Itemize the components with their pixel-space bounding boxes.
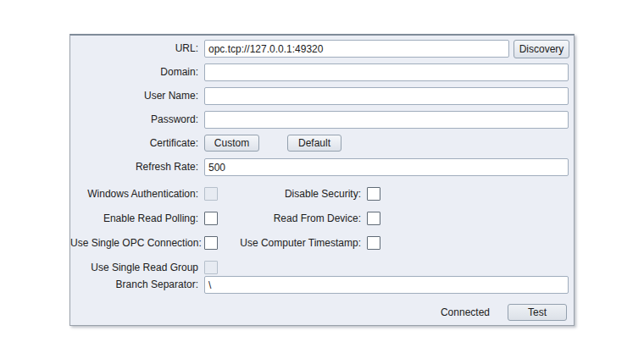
discovery-button[interactable]: Discovery bbox=[514, 40, 569, 58]
checkbox-row-1: Windows Authentication: Disable Security… bbox=[70, 186, 574, 205]
password-row: Password: bbox=[70, 111, 574, 130]
use-single-opc-connection-checkbox[interactable] bbox=[204, 236, 218, 250]
bottom-bar: Connected Test bbox=[70, 303, 567, 322]
connection-status-text: Connected bbox=[441, 304, 490, 321]
use-single-opc-connection-label: Use Single OPC Connection: bbox=[70, 235, 198, 251]
enable-read-polling-checkbox[interactable] bbox=[204, 212, 218, 225]
refresh-rate-input[interactable] bbox=[204, 158, 569, 176]
read-from-device-checkbox[interactable] bbox=[367, 212, 380, 225]
certificate-row: Certificate: Custom Default bbox=[70, 135, 574, 153]
user-name-label: User Name: bbox=[70, 87, 198, 105]
domain-label: Domain: bbox=[70, 63, 198, 81]
password-label: Password: bbox=[70, 111, 198, 129]
enable-read-polling-label: Enable Read Polling: bbox=[70, 211, 198, 226]
domain-row: Domain: bbox=[70, 63, 574, 82]
windows-authentication-label: Windows Authentication: bbox=[70, 186, 198, 201]
read-from-device-label: Read From Device: bbox=[221, 211, 361, 226]
certificate-label: Certificate: bbox=[70, 135, 198, 152]
user-name-input[interactable] bbox=[204, 87, 569, 105]
disable-security-label: Disable Security: bbox=[221, 186, 361, 201]
url-label: URL: bbox=[70, 40, 198, 58]
disable-security-checkbox[interactable] bbox=[367, 187, 380, 201]
use-computer-timestamp-label: Use Computer Timestamp: bbox=[221, 235, 361, 251]
url-input[interactable] bbox=[204, 40, 509, 58]
connection-settings-panel: URL: Discovery Domain: User Name: Passwo… bbox=[69, 34, 575, 326]
user-name-row: User Name: bbox=[70, 87, 574, 106]
use-single-read-group-label: Use Single Read Group bbox=[70, 260, 198, 275]
url-row: URL: Discovery bbox=[70, 40, 574, 58]
refresh-rate-row: Refresh Rate: bbox=[70, 158, 574, 177]
checkbox-row-2: Enable Read Polling: Read From Device: bbox=[70, 211, 574, 229]
use-computer-timestamp-checkbox[interactable] bbox=[367, 236, 380, 250]
certificate-custom-button[interactable]: Custom bbox=[204, 135, 259, 152]
windows-authentication-checkbox bbox=[204, 187, 218, 201]
use-single-read-group-checkbox bbox=[204, 261, 218, 274]
certificate-default-button[interactable]: Default bbox=[287, 135, 341, 152]
test-button[interactable]: Test bbox=[508, 304, 567, 321]
refresh-rate-label: Refresh Rate: bbox=[70, 158, 198, 176]
branch-separator-input[interactable] bbox=[204, 276, 569, 294]
domain-input[interactable] bbox=[204, 63, 569, 81]
branch-separator-label: Branch Separator: bbox=[70, 276, 198, 294]
branch-separator-row: Branch Separator: bbox=[70, 276, 574, 295]
password-input[interactable] bbox=[204, 111, 569, 129]
checkbox-row-3: Use Single OPC Connection: Use Computer … bbox=[70, 235, 574, 254]
